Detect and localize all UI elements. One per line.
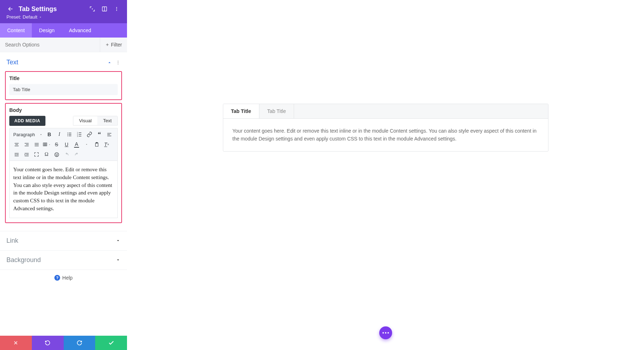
svg-rect-43: [16, 154, 19, 154]
help-icon: ?: [54, 275, 60, 281]
body-label: Body: [9, 107, 118, 113]
svg-rect-32: [34, 143, 38, 143]
table-icon[interactable]: [42, 140, 51, 149]
svg-rect-46: [26, 154, 29, 154]
svg-point-3: [116, 7, 117, 8]
svg-rect-26: [14, 143, 18, 143]
svg-rect-18: [79, 133, 81, 133]
undo-button[interactable]: [32, 336, 64, 350]
svg-point-13: [67, 134, 68, 135]
svg-point-5: [116, 10, 117, 11]
underline-icon[interactable]: U: [62, 140, 71, 149]
svg-rect-24: [107, 134, 110, 134]
align-center-icon[interactable]: [12, 140, 21, 149]
svg-point-8: [118, 60, 118, 61]
svg-point-50: [57, 154, 57, 154]
chevron-up-icon: [107, 60, 112, 65]
undo-icon[interactable]: [62, 150, 71, 159]
svg-rect-42: [14, 153, 18, 153]
tabs-module-head: Tab Title Tab Title: [223, 104, 548, 119]
svg-point-48: [54, 152, 58, 156]
add-media-button[interactable]: ADD MEDIA: [9, 116, 45, 126]
preview-pane: Tab Title Tab Title Your content goes he…: [127, 0, 644, 350]
svg-rect-33: [34, 144, 38, 144]
tab-item-2[interactable]: Tab Title: [259, 104, 294, 118]
italic-icon[interactable]: I: [55, 130, 64, 139]
numbered-list-icon[interactable]: 123: [75, 130, 84, 139]
special-char-icon[interactable]: Ω: [42, 150, 51, 159]
layout-icon[interactable]: [101, 5, 108, 13]
tab-advanced[interactable]: Advanced: [62, 23, 98, 38]
svg-rect-14: [69, 134, 71, 134]
section-text-header[interactable]: Text: [0, 52, 127, 70]
svg-rect-23: [107, 133, 111, 133]
align-justify-icon[interactable]: [32, 140, 41, 149]
svg-point-0: [92, 9, 93, 10]
section-link[interactable]: Link: [0, 231, 127, 250]
svg-point-9: [118, 62, 118, 63]
outdent-icon[interactable]: [12, 150, 21, 159]
chevron-down-icon: [116, 238, 121, 243]
fab-button[interactable]: [379, 326, 392, 339]
strikethrough-icon[interactable]: S: [52, 140, 61, 149]
emoji-icon[interactable]: [52, 150, 61, 159]
plus-icon: [105, 43, 109, 47]
editor-tab-visual[interactable]: Visual: [73, 116, 97, 125]
chevron-down-icon: [116, 257, 121, 262]
redo-icon[interactable]: [72, 150, 81, 159]
paragraph-select-label: Paragraph: [13, 132, 35, 137]
svg-rect-27: [15, 144, 18, 144]
quote-icon[interactable]: “: [95, 130, 104, 139]
section-background[interactable]: Background: [0, 250, 127, 270]
chevron-down-icon: [39, 15, 42, 19]
help-link[interactable]: ? Help: [0, 270, 127, 286]
cancel-button[interactable]: [0, 336, 32, 350]
help-label: Help: [62, 275, 73, 281]
paragraph-select[interactable]: Paragraph: [12, 131, 44, 138]
sidebar-footer: [0, 336, 127, 350]
link-icon[interactable]: [85, 130, 94, 139]
settings-sidebar: Tab Settings Preset: Default Content Des…: [0, 0, 127, 350]
bullet-list-icon[interactable]: [65, 130, 74, 139]
svg-point-11: [67, 133, 68, 133]
indent-icon[interactable]: [22, 150, 31, 159]
more-icon[interactable]: [116, 60, 121, 65]
title-input[interactable]: [9, 84, 118, 95]
search-row: Filter: [0, 38, 127, 52]
preset-selector[interactable]: Preset: Default: [6, 14, 121, 20]
title-label: Title: [9, 75, 118, 81]
back-icon[interactable]: [6, 5, 14, 13]
more-icon[interactable]: [113, 5, 121, 13]
tab-content[interactable]: Content: [0, 23, 32, 38]
search-input[interactable]: [0, 38, 100, 52]
bold-icon[interactable]: B: [45, 130, 54, 139]
editor-mode-tabs: Visual Text: [73, 116, 118, 125]
fullscreen-icon[interactable]: [32, 150, 41, 159]
svg-rect-20: [79, 134, 81, 134]
align-right-icon[interactable]: [22, 140, 31, 149]
section-text-label: Text: [6, 59, 107, 66]
svg-rect-44: [14, 156, 18, 156]
expand-icon[interactable]: [88, 5, 96, 13]
svg-rect-31: [24, 146, 28, 146]
text-color-icon[interactable]: A: [72, 140, 81, 149]
filter-button[interactable]: Filter: [100, 38, 127, 52]
svg-rect-25: [107, 135, 111, 136]
paste-icon[interactable]: [92, 140, 101, 149]
align-left-icon[interactable]: [105, 130, 114, 139]
section-background-label: Background: [6, 256, 116, 264]
text-color-dropdown-icon[interactable]: [82, 140, 91, 149]
svg-point-15: [67, 135, 68, 136]
body-editor[interactable]: Your content goes here. Edit or remove t…: [9, 161, 118, 218]
redo-button[interactable]: [64, 336, 96, 350]
clear-format-icon[interactable]: T×: [102, 140, 111, 149]
svg-point-49: [56, 154, 56, 154]
editor-toolbar: Paragraph B I 123 “ S U A: [9, 128, 118, 161]
sidebar-header: Tab Settings Preset: Default: [0, 0, 127, 23]
tab-item-1[interactable]: Tab Title: [223, 104, 259, 118]
tabs-module-body: Your content goes here. Edit or remove t…: [223, 119, 548, 151]
tab-design[interactable]: Design: [32, 23, 62, 38]
save-button[interactable]: [95, 336, 127, 350]
editor-tab-text[interactable]: Text: [97, 116, 117, 125]
tabs-module: Tab Title Tab Title Your content goes he…: [223, 104, 548, 152]
